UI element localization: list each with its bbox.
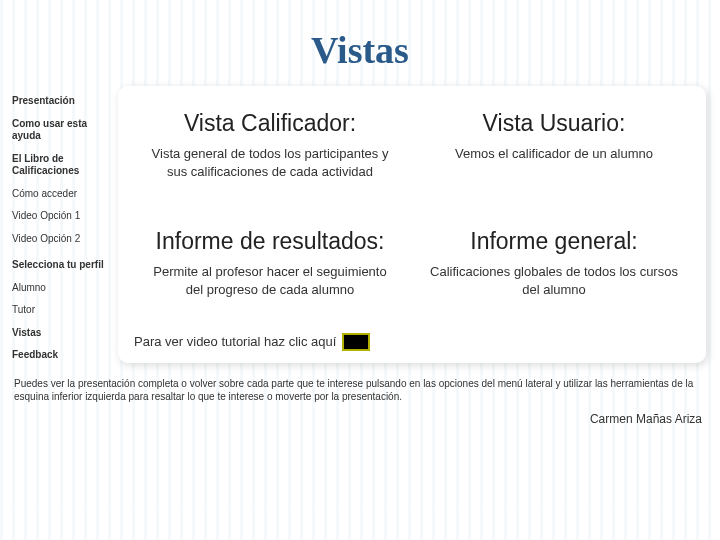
view-general-title: Informe general: bbox=[418, 228, 690, 255]
sidebar-item-vistas[interactable]: Vistas bbox=[8, 322, 118, 345]
video-hint-text: Para ver video tutorial haz clic aquí bbox=[134, 334, 336, 349]
sidebar-item-presentacion[interactable]: Presentación bbox=[8, 90, 118, 113]
sidebar-item-como-acceder[interactable]: Cómo acceder bbox=[8, 183, 118, 206]
view-general: Informe general: Calificaciones globales… bbox=[418, 228, 690, 322]
view-resultados-desc: Permite al profesor hacer el seguimiento… bbox=[134, 263, 406, 298]
view-resultados: Informe de resultados: Permite al profes… bbox=[134, 228, 406, 322]
view-general-desc: Calificaciones globales de todos los cur… bbox=[418, 263, 690, 298]
page-title: Vistas bbox=[311, 28, 409, 72]
sidebar-item-como-usar[interactable]: Como usar esta ayuda bbox=[8, 113, 118, 148]
sidebar-item-alumno[interactable]: Alumno bbox=[8, 277, 118, 300]
sidebar-item-feedback[interactable]: Feedback bbox=[8, 344, 118, 367]
video-icon[interactable] bbox=[342, 333, 370, 351]
author-name: Carmen Mañas Ariza bbox=[0, 408, 720, 426]
sidebar: Presentación Como usar esta ayuda El Lib… bbox=[8, 82, 118, 367]
view-calificador: Vista Calificador: Vista general de todo… bbox=[134, 110, 406, 204]
main-panel: Vista Calificador: Vista general de todo… bbox=[118, 86, 706, 363]
view-calificador-desc: Vista general de todos los participantes… bbox=[134, 145, 406, 180]
view-resultados-title: Informe de resultados: bbox=[134, 228, 406, 255]
view-usuario-desc: Vemos el calificador de un alumno bbox=[418, 145, 690, 163]
sidebar-item-video-opcion-2[interactable]: Video Opción 2 bbox=[8, 228, 118, 251]
sidebar-item-libro-calificaciones[interactable]: El Libro de Calificaciones bbox=[8, 148, 118, 183]
footer-text: Puedes ver la presentación completa o vo… bbox=[14, 377, 706, 404]
sidebar-item-video-opcion-1[interactable]: Video Opción 1 bbox=[8, 205, 118, 228]
sidebar-item-tutor[interactable]: Tutor bbox=[8, 299, 118, 322]
view-usuario: Vista Usuario: Vemos el calificador de u… bbox=[418, 110, 690, 204]
view-usuario-title: Vista Usuario: bbox=[418, 110, 690, 137]
sidebar-item-selecciona-perfil[interactable]: Selecciona tu perfil bbox=[8, 254, 118, 277]
view-calificador-title: Vista Calificador: bbox=[134, 110, 406, 137]
